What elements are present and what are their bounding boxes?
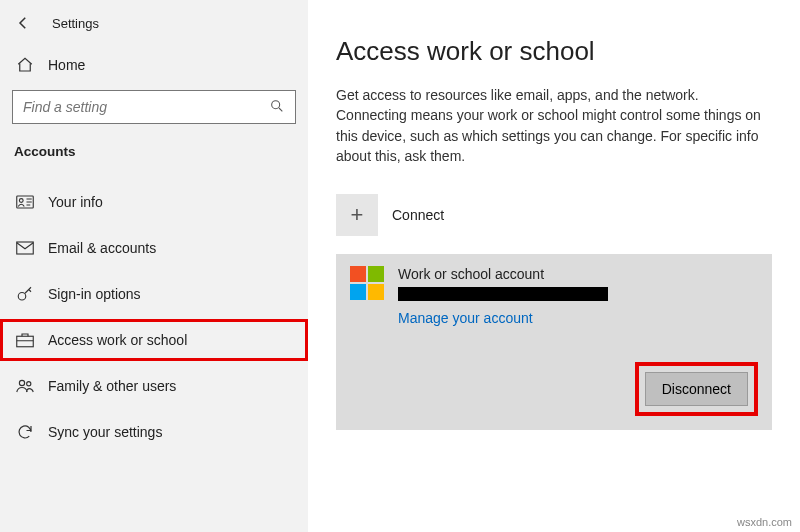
sidebar-item-sync-settings[interactable]: Sync your settings bbox=[0, 411, 308, 453]
badge-icon bbox=[16, 193, 34, 211]
connect-label: Connect bbox=[392, 207, 444, 223]
svg-point-4 bbox=[18, 293, 26, 301]
nav-list: Your info Email & accounts Sign-in optio… bbox=[0, 181, 308, 453]
back-icon[interactable] bbox=[14, 14, 32, 32]
disconnect-button[interactable]: Disconnect bbox=[645, 372, 748, 406]
svg-point-0 bbox=[272, 100, 280, 108]
sidebar-item-label: Your info bbox=[48, 194, 103, 210]
sync-icon bbox=[16, 423, 34, 441]
mail-icon bbox=[16, 239, 34, 257]
page-title: Access work or school bbox=[336, 36, 772, 67]
svg-rect-5 bbox=[17, 336, 34, 347]
main-panel: Access work or school Get access to reso… bbox=[308, 0, 800, 532]
account-title: Work or school account bbox=[398, 266, 608, 282]
briefcase-icon bbox=[16, 331, 34, 349]
manage-account-link[interactable]: Manage your account bbox=[398, 310, 608, 326]
window-title: Settings bbox=[52, 16, 99, 31]
people-icon bbox=[16, 377, 34, 395]
page-description: Get access to resources like email, apps… bbox=[336, 85, 772, 166]
sidebar-item-access-work-school[interactable]: Access work or school bbox=[0, 319, 308, 361]
sidebar-item-label: Family & other users bbox=[48, 378, 176, 394]
account-card[interactable]: Work or school account Manage your accou… bbox=[336, 254, 772, 430]
sidebar-item-family-users[interactable]: Family & other users bbox=[0, 365, 308, 407]
account-email-redacted bbox=[398, 287, 608, 301]
key-icon bbox=[16, 285, 34, 303]
sidebar: Settings Home Accounts Your info bbox=[0, 0, 308, 532]
sidebar-item-signin-options[interactable]: Sign-in options bbox=[0, 273, 308, 315]
search-input[interactable] bbox=[23, 99, 269, 115]
sidebar-item-label: Sign-in options bbox=[48, 286, 141, 302]
sidebar-item-label: Access work or school bbox=[48, 332, 187, 348]
search-icon bbox=[269, 98, 285, 117]
watermark: wsxdn.com bbox=[737, 516, 792, 528]
svg-point-7 bbox=[27, 382, 31, 386]
disconnect-highlight: Disconnect bbox=[635, 362, 758, 416]
sidebar-item-label: Sync your settings bbox=[48, 424, 162, 440]
home-label: Home bbox=[48, 57, 85, 73]
sidebar-item-your-info[interactable]: Your info bbox=[0, 181, 308, 223]
svg-rect-3 bbox=[17, 242, 34, 254]
home-nav[interactable]: Home bbox=[0, 46, 308, 84]
home-icon bbox=[16, 56, 34, 74]
plus-icon: + bbox=[336, 194, 378, 236]
microsoft-logo-icon bbox=[350, 266, 384, 300]
svg-point-6 bbox=[19, 380, 24, 385]
sidebar-item-label: Email & accounts bbox=[48, 240, 156, 256]
search-box[interactable] bbox=[12, 90, 296, 124]
sidebar-item-email-accounts[interactable]: Email & accounts bbox=[0, 227, 308, 269]
svg-point-2 bbox=[19, 199, 23, 203]
connect-button[interactable]: + Connect bbox=[336, 194, 772, 236]
section-heading: Accounts bbox=[0, 134, 308, 175]
